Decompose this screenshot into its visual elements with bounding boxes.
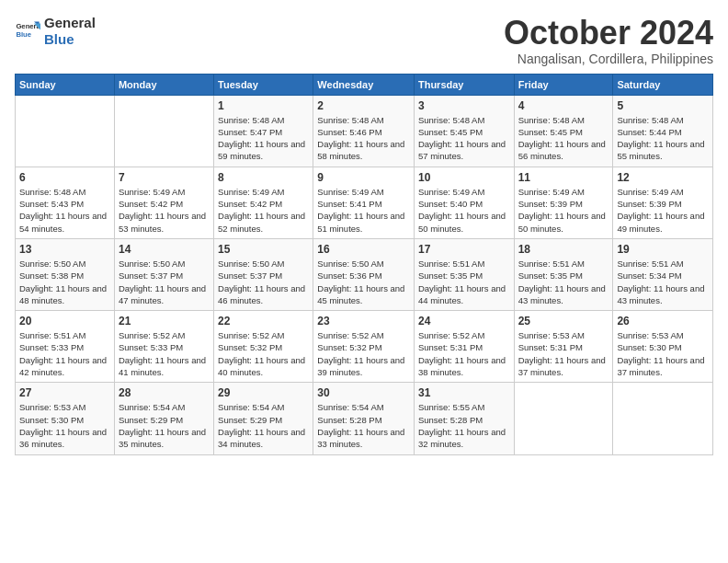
calendar-cell: 25Sunrise: 5:53 AM Sunset: 5:31 PM Dayli… (514, 311, 613, 383)
calendar-cell: 7Sunrise: 5:49 AM Sunset: 5:42 PM Daylig… (114, 167, 213, 238)
day-info: Sunrise: 5:54 AM Sunset: 5:29 PM Dayligh… (218, 401, 309, 450)
calendar-cell: 8Sunrise: 5:49 AM Sunset: 5:42 PM Daylig… (214, 167, 313, 238)
day-info: Sunrise: 5:48 AM Sunset: 5:45 PM Dayligh… (518, 114, 609, 163)
calendar-cell: 22Sunrise: 5:52 AM Sunset: 5:32 PM Dayli… (214, 311, 313, 383)
calendar-cell: 3Sunrise: 5:48 AM Sunset: 5:45 PM Daylig… (414, 95, 514, 167)
day-number: 15 (218, 243, 309, 256)
week-row-1: 1Sunrise: 5:48 AM Sunset: 5:47 PM Daylig… (16, 95, 713, 167)
day-info: Sunrise: 5:51 AM Sunset: 5:34 PM Dayligh… (617, 258, 709, 306)
day-info: Sunrise: 5:52 AM Sunset: 5:32 PM Dayligh… (218, 329, 309, 378)
day-number: 9 (317, 171, 410, 184)
calendar-cell: 27Sunrise: 5:53 AM Sunset: 5:30 PM Dayli… (16, 383, 115, 454)
day-info: Sunrise: 5:49 AM Sunset: 5:42 PM Dayligh… (119, 186, 210, 235)
day-number: 1 (218, 99, 309, 112)
day-number: 6 (19, 171, 110, 184)
calendar-cell: 18Sunrise: 5:51 AM Sunset: 5:35 PM Dayli… (514, 238, 613, 310)
calendar-cell: 2Sunrise: 5:48 AM Sunset: 5:46 PM Daylig… (313, 95, 415, 167)
day-info: Sunrise: 5:48 AM Sunset: 5:46 PM Dayligh… (317, 114, 410, 163)
day-number: 30 (317, 386, 410, 399)
calendar-cell: 12Sunrise: 5:49 AM Sunset: 5:39 PM Dayli… (613, 167, 713, 238)
calendar-cell: 30Sunrise: 5:54 AM Sunset: 5:28 PM Dayli… (313, 383, 415, 454)
day-number: 20 (19, 315, 110, 327)
day-info: Sunrise: 5:51 AM Sunset: 5:35 PM Dayligh… (518, 258, 609, 306)
week-row-3: 13Sunrise: 5:50 AM Sunset: 5:38 PM Dayli… (16, 238, 713, 310)
day-info: Sunrise: 5:49 AM Sunset: 5:40 PM Dayligh… (418, 186, 510, 235)
day-number: 8 (218, 171, 309, 184)
day-info: Sunrise: 5:50 AM Sunset: 5:38 PM Dayligh… (19, 258, 110, 306)
day-info: Sunrise: 5:49 AM Sunset: 5:42 PM Dayligh… (218, 186, 309, 235)
calendar-cell: 1Sunrise: 5:48 AM Sunset: 5:47 PM Daylig… (214, 95, 313, 167)
calendar-cell: 31Sunrise: 5:55 AM Sunset: 5:28 PM Dayli… (414, 383, 514, 454)
calendar-table: SundayMondayTuesdayWednesdayThursdayFrid… (15, 74, 713, 455)
day-info: Sunrise: 5:53 AM Sunset: 5:30 PM Dayligh… (19, 401, 110, 450)
calendar-cell: 20Sunrise: 5:51 AM Sunset: 5:33 PM Dayli… (16, 311, 115, 383)
day-number: 4 (518, 99, 609, 112)
week-row-2: 6Sunrise: 5:48 AM Sunset: 5:43 PM Daylig… (16, 167, 713, 238)
day-info: Sunrise: 5:52 AM Sunset: 5:31 PM Dayligh… (418, 329, 510, 378)
day-number: 19 (617, 243, 709, 256)
header-row: SundayMondayTuesdayWednesdayThursdayFrid… (16, 74, 713, 95)
day-number: 22 (218, 315, 309, 327)
header-cell-thursday: Thursday (414, 74, 514, 95)
day-number: 21 (119, 315, 210, 327)
day-info: Sunrise: 5:50 AM Sunset: 5:36 PM Dayligh… (317, 258, 410, 306)
calendar-cell: 24Sunrise: 5:52 AM Sunset: 5:31 PM Dayli… (414, 311, 514, 383)
header-cell-sunday: Sunday (16, 74, 115, 95)
week-row-5: 27Sunrise: 5:53 AM Sunset: 5:30 PM Dayli… (16, 383, 713, 454)
svg-text:Blue: Blue (16, 30, 31, 39)
day-info: Sunrise: 5:48 AM Sunset: 5:43 PM Dayligh… (19, 186, 110, 235)
day-number: 31 (418, 386, 510, 399)
calendar-cell: 11Sunrise: 5:49 AM Sunset: 5:39 PM Dayli… (514, 167, 613, 238)
day-info: Sunrise: 5:49 AM Sunset: 5:39 PM Dayligh… (518, 186, 609, 235)
day-number: 25 (518, 315, 609, 327)
calendar-cell: 21Sunrise: 5:52 AM Sunset: 5:33 PM Dayli… (114, 311, 213, 383)
calendar-cell: 15Sunrise: 5:50 AM Sunset: 5:37 PM Dayli… (214, 238, 313, 310)
calendar-cell (114, 95, 213, 167)
day-info: Sunrise: 5:48 AM Sunset: 5:44 PM Dayligh… (617, 114, 709, 163)
day-number: 14 (119, 243, 210, 256)
day-number: 23 (317, 315, 410, 327)
header-cell-wednesday: Wednesday (313, 74, 415, 95)
calendar-cell: 17Sunrise: 5:51 AM Sunset: 5:35 PM Dayli… (414, 238, 514, 310)
calendar-cell (514, 383, 613, 454)
header: General Blue General Blue October 2024 N… (15, 15, 713, 66)
day-info: Sunrise: 5:53 AM Sunset: 5:30 PM Dayligh… (617, 329, 709, 378)
calendar-cell: 13Sunrise: 5:50 AM Sunset: 5:38 PM Dayli… (16, 238, 115, 310)
day-info: Sunrise: 5:51 AM Sunset: 5:33 PM Dayligh… (19, 329, 110, 378)
calendar-cell: 14Sunrise: 5:50 AM Sunset: 5:37 PM Dayli… (114, 238, 213, 310)
month-title: October 2024 (504, 15, 713, 52)
day-info: Sunrise: 5:54 AM Sunset: 5:28 PM Dayligh… (317, 401, 410, 450)
calendar-cell (16, 95, 115, 167)
day-number: 13 (19, 243, 110, 256)
calendar-cell: 6Sunrise: 5:48 AM Sunset: 5:43 PM Daylig… (16, 167, 115, 238)
day-number: 5 (617, 99, 709, 112)
day-info: Sunrise: 5:48 AM Sunset: 5:45 PM Dayligh… (418, 114, 510, 163)
day-number: 29 (218, 386, 309, 399)
day-number: 7 (119, 171, 210, 184)
calendar-cell: 26Sunrise: 5:53 AM Sunset: 5:30 PM Dayli… (613, 311, 713, 383)
title-area: October 2024 Nangalisan, Cordillera, Phi… (504, 15, 713, 66)
header-cell-saturday: Saturday (613, 74, 713, 95)
logo: General Blue General Blue (15, 15, 96, 48)
calendar-cell: 16Sunrise: 5:50 AM Sunset: 5:36 PM Dayli… (313, 238, 415, 310)
calendar-cell: 9Sunrise: 5:49 AM Sunset: 5:41 PM Daylig… (313, 167, 415, 238)
day-number: 24 (418, 315, 510, 327)
calendar-cell (613, 383, 713, 454)
calendar-cell: 4Sunrise: 5:48 AM Sunset: 5:45 PM Daylig… (514, 95, 613, 167)
logo-icon: General Blue (15, 18, 40, 44)
day-number: 11 (518, 171, 609, 184)
day-info: Sunrise: 5:49 AM Sunset: 5:39 PM Dayligh… (617, 186, 709, 235)
calendar-cell: 29Sunrise: 5:54 AM Sunset: 5:29 PM Dayli… (214, 383, 313, 454)
calendar-cell: 19Sunrise: 5:51 AM Sunset: 5:34 PM Dayli… (613, 238, 713, 310)
day-info: Sunrise: 5:52 AM Sunset: 5:32 PM Dayligh… (317, 329, 410, 378)
day-number: 26 (617, 315, 709, 327)
day-number: 16 (317, 243, 410, 256)
day-number: 17 (418, 243, 510, 256)
day-info: Sunrise: 5:50 AM Sunset: 5:37 PM Dayligh… (119, 258, 210, 306)
week-row-4: 20Sunrise: 5:51 AM Sunset: 5:33 PM Dayli… (16, 311, 713, 383)
day-number: 27 (19, 386, 110, 399)
calendar-cell: 28Sunrise: 5:54 AM Sunset: 5:29 PM Dayli… (114, 383, 213, 454)
calendar-cell: 5Sunrise: 5:48 AM Sunset: 5:44 PM Daylig… (613, 95, 713, 167)
subtitle: Nangalisan, Cordillera, Philippines (504, 52, 713, 66)
day-info: Sunrise: 5:49 AM Sunset: 5:41 PM Dayligh… (317, 186, 410, 235)
